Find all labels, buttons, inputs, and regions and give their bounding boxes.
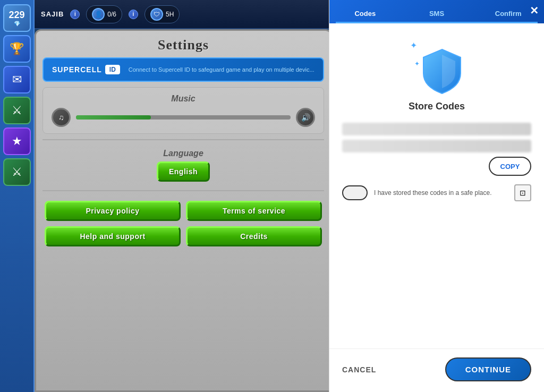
clan-icon: ⚔	[12, 104, 22, 117]
timer-value: 5H	[166, 11, 174, 18]
settings-divider	[42, 139, 324, 140]
attack-icon: ⚔	[12, 165, 22, 179]
timer-item: 🛡 5H	[144, 5, 180, 23]
supercell-label: SUPERCELL	[52, 65, 102, 74]
tab-codes[interactable]: Codes	[329, 5, 401, 22]
player-name: SAJIB	[41, 10, 64, 18]
attack-button[interactable]: ⚔	[3, 158, 31, 186]
copy-btn-container: COPY	[342, 157, 531, 176]
cancel-button[interactable]: CANCEL	[342, 365, 376, 374]
supercell-banner[interactable]: SUPERCELL ID Connect to Supercell ID to …	[42, 57, 324, 82]
star-icon: ★	[12, 134, 22, 148]
settings-modal: Settings SUPERCELL ID Connect to Superce…	[35, 29, 332, 392]
tab-indicator	[336, 22, 538, 23]
close-button[interactable]: ✕	[530, 4, 539, 17]
music-slider-fill	[76, 115, 151, 120]
settings-bottom-buttons: Privacy policy Terms of service Help and…	[36, 195, 330, 252]
gem-count: 229	[8, 10, 24, 21]
gem-counter: 229 💎	[3, 4, 31, 32]
code-blurred-2	[342, 140, 531, 152]
gem-icon: 💎	[14, 21, 20, 27]
code-row-1	[342, 123, 531, 135]
settings-title: Settings	[36, 31, 330, 57]
code-row-2	[342, 140, 531, 152]
checkbox-row: I have stored these codes in a safe plac…	[342, 184, 531, 201]
info-icon: i	[70, 10, 80, 19]
safe-place-label: I have stored these codes in a safe plac…	[374, 189, 508, 197]
mail-button[interactable]: ✉	[3, 66, 31, 93]
shield-container: ✦ ✦	[410, 36, 463, 95]
tab-sms[interactable]: SMS	[401, 5, 473, 22]
credits-button[interactable]: Credits	[186, 226, 322, 246]
store-codes-title: Store Codes	[409, 101, 465, 112]
shield-svg-icon	[421, 47, 463, 95]
music-right-control[interactable]: 🔊	[296, 108, 315, 127]
sidebar-button-4[interactable]: ★	[3, 127, 31, 155]
dialog-content: ✦ ✦ Store Codes COPY	[329, 23, 544, 348]
dialog-header: ✕ Codes SMS Confirm	[329, 0, 544, 23]
trophy-icon: 🏆	[10, 42, 24, 56]
music-section: Music ♫ 🔊	[42, 87, 324, 134]
supercell-description: Connect to Supercell ID to safeguard gam…	[129, 66, 314, 73]
sparkle-icon-1: ✦	[410, 40, 417, 50]
screenshot-button[interactable]: ⊡	[514, 184, 531, 201]
code-blurred-1	[342, 123, 531, 135]
privacy-policy-button[interactable]: Privacy policy	[45, 201, 181, 221]
music-slider-row: ♫ 🔊	[52, 108, 315, 127]
help-button[interactable]: Help and support	[45, 226, 181, 246]
trophy-button[interactable]: 🏆	[3, 35, 31, 63]
language-label: Language	[45, 149, 322, 158]
volume-icon: 🔊	[301, 113, 310, 122]
supercell-logo: SUPERCELL ID	[52, 65, 120, 74]
left-sidebar: 229 💎 🏆 ✉ ⚔ ★ ⚔	[0, 0, 35, 392]
settings-divider-2	[42, 190, 324, 191]
copy-button[interactable]: COPY	[489, 157, 531, 176]
safe-place-checkbox[interactable]	[342, 185, 368, 200]
store-codes-dialog: ✕ Codes SMS Confirm ✦ ✦ Store	[329, 0, 544, 392]
music-note-icon: ♫	[58, 113, 64, 122]
tabs-row: Codes SMS Confirm	[329, 0, 544, 22]
clan-button[interactable]: ⚔	[3, 97, 31, 124]
shield-timer-icon: 🛡	[150, 8, 163, 21]
music-left-control[interactable]: ♫	[52, 108, 71, 127]
terms-button[interactable]: Terms of service	[186, 201, 322, 221]
music-slider-track[interactable]	[76, 115, 291, 120]
mail-icon: ✉	[12, 73, 22, 87]
sparkle-icon-2: ✦	[414, 60, 420, 67]
continue-button[interactable]: CONTINUE	[445, 357, 531, 381]
language-section: Language English	[36, 144, 330, 186]
dialog-footer: CANCEL CONTINUE	[329, 348, 544, 392]
language-button[interactable]: English	[157, 161, 210, 182]
troop-count: 0/6	[107, 11, 116, 18]
music-label: Music	[52, 94, 315, 104]
info-badge-2: i	[129, 10, 138, 19]
language-btn-container: English	[45, 161, 322, 182]
supercell-id-badge: ID	[105, 65, 120, 74]
troop-counter: 👤 0/6	[86, 5, 122, 23]
troop-icon: 👤	[92, 8, 105, 21]
